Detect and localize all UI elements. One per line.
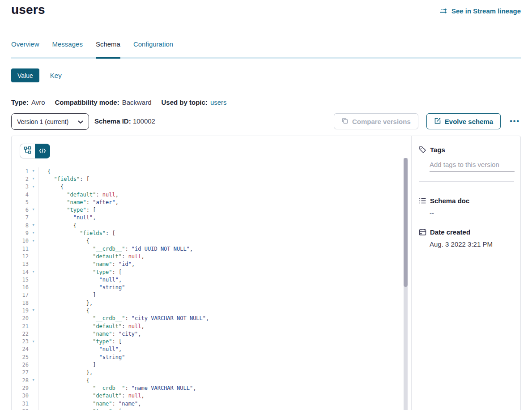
line-number: 13 [12, 261, 29, 267]
code-text: "name": "name", [38, 401, 141, 407]
page-title: users [11, 3, 45, 17]
schema-id-value: 100002 [133, 117, 155, 125]
tab-configuration[interactable]: Configuration [133, 40, 173, 59]
fold-toggle-icon[interactable]: ▼ [29, 338, 38, 346]
fold-toggle-icon[interactable]: ▼ [29, 268, 38, 276]
fold-toggle-icon[interactable]: ▼ [29, 376, 38, 384]
evolve-schema-button[interactable]: Evolve schema [426, 113, 501, 129]
code-view-button[interactable] [35, 144, 50, 158]
fold-toggle-icon[interactable]: ▼ [29, 183, 38, 191]
value-toggle-button[interactable]: Value [11, 68, 39, 82]
more-actions-button[interactable]: ••• [509, 115, 521, 127]
code-line: 16 "string" [12, 283, 402, 291]
code-line: 25 "string" [12, 353, 402, 361]
tab-schema[interactable]: Schema [96, 40, 120, 59]
date-created-title: Date created [430, 228, 470, 236]
line-number: 5 [12, 199, 29, 205]
line-number: 28 [12, 377, 29, 384]
compare-versions-button[interactable]: Compare versions [334, 113, 418, 129]
line-number: 10 [12, 238, 29, 244]
code-line: 32▼ "type": [ [12, 407, 402, 410]
fold-toggle-icon[interactable]: ▼ [29, 307, 38, 314]
line-number: 15 [12, 277, 29, 283]
version-select[interactable]: Version 1 (current) [11, 113, 89, 130]
code-text: }, [38, 369, 93, 376]
date-created-value: Aug. 3 2022 3:21 PM [430, 240, 514, 248]
topic-link[interactable]: users [210, 98, 227, 106]
code-line: 1▼{ [12, 167, 402, 175]
code-line: 17 ] [12, 291, 402, 299]
code-text: ] [38, 292, 96, 298]
compare-versions-label: Compare versions [352, 118, 411, 125]
fold-toggle-icon[interactable]: ▼ [29, 206, 38, 214]
version-row: Version 1 (current) Schema ID: 100002 Co… [11, 113, 521, 130]
compatibility-label: Compatibility mode: [55, 98, 119, 106]
tab-underline-track [11, 57, 521, 59]
code-line: 5 "name": "after", [12, 198, 402, 206]
line-number: 4 [12, 192, 29, 198]
fold-toggle-icon[interactable]: ▼ [29, 407, 38, 410]
tag-icon [419, 146, 426, 154]
line-number: 12 [12, 253, 29, 260]
edit-icon [434, 117, 441, 126]
code-text: "null", [38, 346, 122, 352]
line-number: 6 [12, 207, 29, 213]
line-number: 11 [12, 246, 29, 252]
tags-section-header: Tags [419, 146, 514, 154]
schema-card: 1▼{2▼ "fields": [3▼ {4 "default": null,5… [11, 136, 521, 410]
fold-toggle-icon[interactable]: ▼ [29, 229, 38, 237]
fold-toggle-icon[interactable]: ▼ [29, 237, 38, 245]
schema-id-label: Schema ID: [94, 117, 131, 125]
code-text: "name": "city", [38, 331, 141, 337]
code-line: 15 "null", [12, 276, 402, 283]
editor-view-toggle [20, 144, 50, 158]
chevron-down-icon [78, 118, 83, 125]
editor-scrollbar[interactable] [404, 158, 408, 410]
stream-lineage-icon [440, 8, 448, 14]
code-line: 26 ] [12, 361, 402, 368]
tab-overview[interactable]: Overview [11, 40, 39, 59]
tags-title: Tags [430, 146, 445, 154]
code-text: "type": [ [38, 269, 122, 275]
code-text: "default": null, [38, 393, 145, 399]
code-line: 19▼ { [12, 307, 402, 314]
type-label: Type: [11, 98, 29, 106]
compare-icon [341, 117, 349, 126]
editor-scrollbar-thumb[interactable] [404, 158, 408, 287]
code-text: { [38, 308, 89, 314]
schema-doc-section-header: Schema doc [419, 197, 514, 205]
line-number: 9 [12, 230, 29, 236]
line-number: 25 [12, 354, 29, 360]
line-number: 22 [12, 331, 29, 337]
key-toggle-button[interactable]: Key [50, 72, 62, 79]
tree-view-button[interactable] [20, 144, 35, 158]
stream-lineage-link[interactable]: See in Stream lineage [440, 7, 521, 15]
tags-input[interactable] [430, 161, 515, 171]
code-line: 22 "name": "city", [12, 330, 402, 337]
code-text: "name": "id", [38, 261, 135, 267]
line-number: 16 [12, 284, 29, 290]
fold-toggle-icon[interactable]: ▼ [29, 222, 38, 229]
code-text: "__crdb__": "city VARCHAR NOT NULL", [38, 315, 209, 321]
code-text: "type": [ [38, 207, 96, 213]
code-line: 3▼ { [12, 183, 402, 191]
schema-sidebar: Tags Schema doc -- [411, 136, 520, 410]
evolve-schema-label: Evolve schema [445, 118, 493, 125]
code-text: "fields": [ [38, 176, 89, 182]
code-text: "string" [38, 284, 125, 290]
code-text: "type": [ [38, 338, 122, 345]
fold-toggle-icon[interactable]: ▼ [29, 167, 38, 175]
fold-toggle-icon[interactable]: ▼ [29, 175, 38, 183]
schema-id: Schema ID: 100002 [94, 117, 155, 125]
code-text: { [38, 168, 51, 175]
list-icon [419, 197, 426, 205]
tab-messages[interactable]: Messages [52, 40, 83, 59]
code-text: ] [38, 362, 96, 368]
schema-editor: 1▼{2▼ "fields": [3▼ {4 "default": null,5… [12, 136, 411, 410]
code-line: 28▼ { [12, 376, 402, 384]
line-number: 20 [12, 315, 29, 321]
schema-doc-value: -- [430, 209, 514, 217]
value-key-toggle: Value Key [11, 68, 62, 82]
code-line: 30 "default": null, [12, 392, 402, 400]
code-text: "null", [38, 214, 96, 221]
